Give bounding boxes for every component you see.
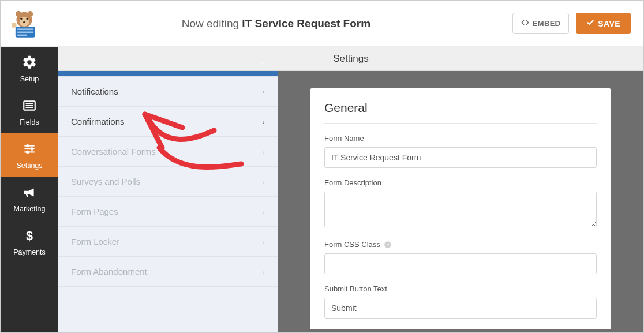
chevron-right-icon: ›: [263, 148, 265, 156]
svg-text:?: ?: [386, 242, 389, 247]
svg-rect-8: [17, 28, 33, 30]
submit-button-text-label: Submit Button Text: [324, 285, 597, 293]
nav-label: Payments: [13, 248, 46, 256]
main-panel: Settings General Form Name Form Descript…: [278, 47, 643, 332]
svg-point-4: [20, 17, 22, 19]
settings-item-confirmations[interactable]: Confirmations ›: [58, 107, 278, 137]
primary-nav-sidebar: Setup Fields Settings Marketing $ Paymen…: [1, 47, 58, 332]
nav-label: Setup: [20, 75, 39, 83]
svg-point-5: [26, 17, 28, 19]
chevron-right-icon: ›: [263, 118, 265, 126]
form-css-label: Form CSS Class ?: [324, 240, 597, 249]
settings-item-label: Surveys and Polls: [71, 177, 140, 186]
nav-setup[interactable]: Setup: [1, 47, 58, 90]
bear-mascot-icon: [9, 8, 40, 39]
field-form-description: Form Description: [324, 178, 597, 230]
settings-item-label: Notifications: [71, 87, 118, 96]
settings-item-form-pages[interactable]: Form Pages ›: [58, 197, 278, 227]
settings-item-label: Form Abandonment: [71, 267, 147, 276]
app-logo: [9, 8, 40, 39]
editing-prefix: Now editing: [182, 17, 242, 29]
chevron-right-icon: ›: [263, 238, 265, 246]
nav-marketing[interactable]: Marketing: [1, 177, 58, 220]
form-name-label: Form Name: [324, 134, 597, 143]
settings-submenu: General ⌄ Notifications › Confirmations …: [58, 47, 278, 332]
nav-fields[interactable]: Fields: [1, 90, 58, 133]
field-submit-button-text: Submit Button Text: [324, 285, 597, 319]
bullhorn-icon: [22, 185, 37, 201]
nav-label: Fields: [20, 118, 39, 126]
svg-point-21: [26, 151, 29, 154]
gear-icon: [22, 55, 37, 72]
form-css-label-text: Form CSS Class: [324, 240, 380, 249]
chevron-down-icon: ⌄: [259, 58, 265, 66]
code-icon: [521, 18, 529, 28]
nav-payments[interactable]: $ Payments: [1, 220, 58, 263]
settings-item-form-locker[interactable]: Form Locker ›: [58, 227, 278, 257]
editing-title: Now editing IT Service Request Form: [40, 17, 512, 30]
topbar: Now editing IT Service Request Form EMBE…: [1, 1, 643, 47]
list-icon: [22, 98, 37, 115]
svg-point-19: [31, 147, 33, 150]
page-title: Settings: [333, 53, 368, 65]
svg-rect-11: [12, 23, 16, 27]
form-description-textarea[interactable]: [324, 192, 597, 227]
chevron-right-icon: ›: [263, 88, 265, 96]
svg-point-1: [16, 11, 21, 17]
panel-heading: General: [324, 101, 597, 124]
nav-settings[interactable]: Settings: [1, 133, 58, 177]
general-settings-card: General Form Name Form Description Form …: [310, 88, 611, 329]
settings-item-label: Confirmations: [71, 117, 125, 126]
svg-point-6: [23, 21, 25, 23]
settings-item-label: Form Locker: [71, 237, 119, 246]
settings-item-conversational-forms[interactable]: Conversational Forms ›: [58, 137, 278, 167]
form-name-input[interactable]: [324, 147, 597, 168]
submit-button-text-input[interactable]: [324, 298, 597, 319]
svg-text:$: $: [26, 229, 33, 243]
check-icon: [586, 18, 594, 28]
settings-item-notifications[interactable]: Notifications ›: [58, 77, 278, 107]
embed-button-label: EMBED: [533, 19, 560, 28]
help-icon[interactable]: ?: [384, 241, 392, 249]
nav-label: Marketing: [14, 205, 46, 213]
field-form-name: Form Name: [324, 134, 597, 168]
sliders-icon: [22, 141, 37, 158]
save-button[interactable]: SAVE: [576, 13, 631, 34]
form-css-input[interactable]: [324, 253, 597, 274]
svg-rect-10: [17, 34, 27, 36]
settings-item-label: Conversational Forms: [71, 147, 156, 156]
page-header-bar: Settings: [58, 47, 643, 71]
settings-item-label: Form Pages: [71, 207, 118, 216]
nav-label: Settings: [16, 162, 42, 170]
svg-point-17: [26, 144, 29, 147]
settings-item-surveys-polls[interactable]: Surveys and Polls ›: [58, 167, 278, 197]
chevron-right-icon: ›: [263, 178, 265, 186]
editing-form-name: IT Service Request Form: [242, 17, 370, 29]
topbar-actions: EMBED SAVE: [512, 13, 631, 34]
chevron-right-icon: ›: [263, 268, 265, 276]
dollar-icon: $: [22, 228, 37, 245]
settings-item-form-abandonment[interactable]: Form Abandonment ›: [58, 257, 278, 287]
embed-button[interactable]: EMBED: [512, 13, 569, 34]
field-form-css-class: Form CSS Class ?: [324, 240, 597, 274]
save-button-label: SAVE: [598, 19, 620, 28]
chevron-right-icon: ›: [263, 208, 265, 216]
svg-rect-9: [17, 31, 33, 33]
form-description-label: Form Description: [324, 178, 597, 187]
svg-point-2: [27, 11, 33, 17]
